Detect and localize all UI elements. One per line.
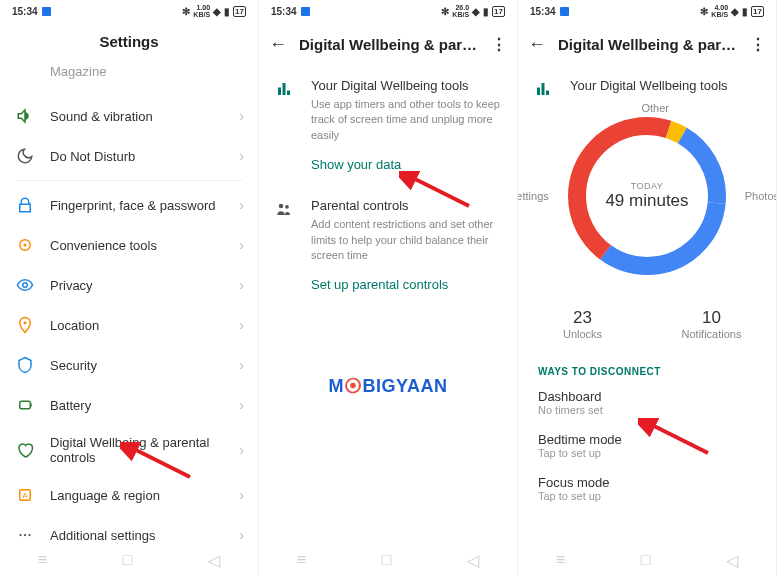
divider <box>16 180 242 181</box>
status-bar: 15:34 ✻ 26.0KB/S ◆ ▮ 17 <box>259 0 517 22</box>
wellbeing-tools-block: Your Digital Wellbeing tools Use app tim… <box>259 66 517 147</box>
settings-item-privacy[interactable]: Privacy › <box>0 265 258 305</box>
item-label: Battery <box>50 398 223 413</box>
svg-rect-14 <box>287 91 290 96</box>
svg-point-16 <box>285 205 289 209</box>
settings-item-wellbeing[interactable]: Digital Wellbeing & parental controls › <box>0 425 258 475</box>
chart-icon <box>534 80 552 98</box>
chevron-right-icon: › <box>239 527 244 543</box>
svg-rect-20 <box>546 91 549 96</box>
logo-o-icon: ⦿ <box>344 376 363 397</box>
show-your-data-link[interactable]: Show your data <box>259 147 517 186</box>
item-dashboard[interactable]: Dashboard No timers set <box>518 381 776 424</box>
status-app-icon <box>42 7 51 16</box>
chevron-right-icon: › <box>239 317 244 333</box>
nav-home-icon[interactable]: □ <box>123 551 133 569</box>
item-label: Security <box>50 358 223 373</box>
item-label: Location <box>50 318 223 333</box>
nav-bar: ≡ □ ◁ <box>0 544 258 576</box>
signal-icon: ▮ <box>742 6 748 17</box>
chevron-right-icon: › <box>239 108 244 124</box>
setup-parental-link[interactable]: Set up parental controls <box>259 267 517 306</box>
signal-icon: ▮ <box>483 6 489 17</box>
settings-item-security[interactable]: Security › <box>0 345 258 385</box>
nav-bar: ≡ □ ◁ <box>518 544 776 576</box>
more-icon[interactable]: ⋮ <box>750 35 766 54</box>
parental-controls-block: Parental controls Add content restrictio… <box>259 186 517 267</box>
donut-center: TODAY 49 minutes <box>557 106 737 286</box>
stats-row: 23 Unlocks 10 Notifications <box>518 286 776 352</box>
svg-rect-19 <box>542 83 545 95</box>
app-bar: ← Digital Wellbeing & paren… ⋮ <box>259 22 517 66</box>
segment-label-other: Other <box>641 102 669 114</box>
signal-icon: ▮ <box>224 6 230 17</box>
more-icon[interactable]: ⋮ <box>491 35 507 54</box>
chevron-right-icon: › <box>239 237 244 253</box>
bluetooth-icon: ✻ <box>182 6 190 17</box>
status-app-icon <box>560 7 569 16</box>
nav-bar: ≡ □ ◁ <box>259 544 517 576</box>
heart-icon <box>16 441 34 459</box>
bluetooth-icon: ✻ <box>441 6 449 17</box>
back-icon[interactable]: ← <box>269 34 287 55</box>
item-label: Language & region <box>50 488 223 503</box>
chevron-right-icon: › <box>239 442 244 458</box>
svg-rect-18 <box>537 88 540 96</box>
settings-item-magazine[interactable]: Magazine <box>0 62 258 96</box>
dots-icon <box>16 526 34 544</box>
svg-point-3 <box>24 321 27 324</box>
tools-title: Your Digital Wellbeing tools <box>311 78 501 93</box>
settings-item-additional[interactable]: Additional settings › <box>0 515 258 544</box>
nav-recent-icon[interactable]: ≡ <box>38 551 47 569</box>
settings-item-sound[interactable]: Sound & vibration › <box>0 96 258 136</box>
item-label: Do Not Disturb <box>50 149 223 164</box>
settings-item-battery[interactable]: Battery › <box>0 385 258 425</box>
page-title: Settings <box>0 22 258 62</box>
wellbeing-tools-block: Your Digital Wellbeing tools <box>518 66 776 98</box>
svg-rect-12 <box>278 88 281 96</box>
item-label: Digital Wellbeing & parental controls <box>50 435 223 465</box>
screen-settings: 15:34 ✻ 1.00KB/S ◆ ▮ 17 Settings Magazin… <box>0 0 259 576</box>
item-focus-mode[interactable]: Focus mode Tap to set up <box>518 467 776 510</box>
today-label: TODAY <box>631 181 664 191</box>
language-icon: A <box>16 486 34 504</box>
wifi-icon: ◆ <box>472 6 480 17</box>
settings-item-dnd[interactable]: Do Not Disturb › <box>0 136 258 176</box>
sound-icon <box>16 107 34 125</box>
svg-point-10 <box>28 534 30 536</box>
segment-label-settings: Settings <box>518 190 549 202</box>
settings-item-language[interactable]: A Language & region › <box>0 475 258 515</box>
page-title: Digital Wellbeing & paren… <box>558 36 738 53</box>
settings-item-convenience[interactable]: Convenience tools › <box>0 225 258 265</box>
nav-recent-icon[interactable]: ≡ <box>297 551 306 569</box>
segment-label-photos: Photos <box>745 190 776 202</box>
page-title: Digital Wellbeing & paren… <box>299 36 479 53</box>
chart-icon <box>275 80 293 143</box>
chevron-right-icon: › <box>239 397 244 413</box>
chevron-right-icon: › <box>239 277 244 293</box>
nav-home-icon[interactable]: □ <box>382 551 392 569</box>
nav-recent-icon[interactable]: ≡ <box>556 551 565 569</box>
settings-item-fingerprint[interactable]: Fingerprint, face & password › <box>0 185 258 225</box>
nav-home-icon[interactable]: □ <box>641 551 651 569</box>
item-label: Sound & vibration <box>50 109 223 124</box>
battery-icon: 17 <box>492 6 505 17</box>
nav-back-icon[interactable]: ◁ <box>726 551 738 570</box>
shield-icon <box>16 356 34 374</box>
pin-icon <box>16 316 34 334</box>
nav-back-icon[interactable]: ◁ <box>467 551 479 570</box>
nav-back-icon[interactable]: ◁ <box>208 551 220 570</box>
svg-rect-13 <box>283 83 286 95</box>
chevron-right-icon: › <box>239 148 244 164</box>
app-bar: ← Digital Wellbeing & paren… ⋮ <box>518 22 776 66</box>
item-label: Additional settings <box>50 528 223 543</box>
back-icon[interactable]: ← <box>528 34 546 55</box>
settings-item-location[interactable]: Location › <box>0 305 258 345</box>
screen-time-donut[interactable]: TODAY 49 minutes Other Photos Settings <box>557 106 737 286</box>
item-bedtime-mode[interactable]: Bedtime mode Tap to set up <box>518 424 776 467</box>
stat-unlocks[interactable]: 23 Unlocks <box>518 308 647 340</box>
stat-notifications[interactable]: 10 Notifications <box>647 308 776 340</box>
item-label: Magazine <box>50 64 244 79</box>
svg-point-1 <box>24 244 27 247</box>
item-label: Convenience tools <box>50 238 223 253</box>
